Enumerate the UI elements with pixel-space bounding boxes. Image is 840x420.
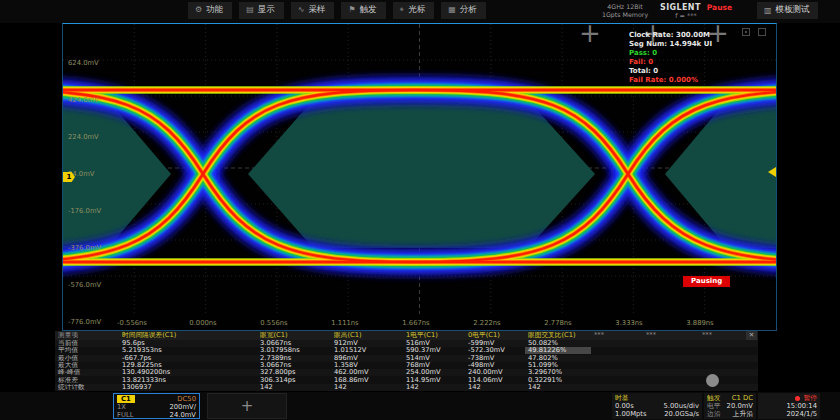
table-cell: 13.821333ns (119, 377, 257, 384)
menu-display[interactable]: ▤显示 (239, 2, 284, 19)
table-cell: 768mV (403, 362, 465, 369)
menu-row: ⚙功能▤显示∿采样⚑触发⌖光标▦分析 (188, 2, 486, 19)
timebase-points: 1.00Mpts (615, 410, 647, 418)
column-header[interactable]: 眼图交叉比(C1) (525, 332, 591, 339)
crosshair-icon: ⌖ (400, 6, 405, 14)
table-cell: 168.86mV (331, 377, 403, 384)
y-axis-tick-label: -176.0mV (68, 207, 101, 215)
menu-label: 显示 (258, 4, 275, 16)
graticule-area[interactable]: 624.0mV424.0mV224.0mV24.0mV-176.0mV-376.… (62, 23, 777, 331)
oscilloscope-screen: ⚙功能▤显示∿采样⚑触发⌖光标▦分析 4GHz 12Bit 1Gpts Memo… (0, 0, 840, 420)
waveform-icon: ∿ (298, 6, 305, 14)
pause-status: 暂停 (803, 394, 817, 402)
table-row: 最小值-667.7ps2.7389ns896mV514mV-738mV47.80… (55, 355, 758, 362)
x-axis-tick-label: 3.889ns (686, 319, 713, 327)
table-cell: 114.06mV (465, 377, 525, 384)
channel-scale: 200mV/ (169, 403, 196, 411)
table-cell: 142 (465, 384, 525, 391)
grid-settings-icon[interactable] (742, 28, 750, 36)
mask-test-info-panel: Clock Rate: 300.00MSeg Num: 14.994k UIPa… (629, 31, 712, 85)
channel-offset: 24.0mV (170, 411, 196, 419)
table-cell: 912mV (331, 340, 403, 347)
table-cell: 51.099% (525, 362, 591, 369)
y-axis-tick-label: 224.0mV (68, 133, 99, 141)
table-cell: 1.358V (331, 362, 403, 369)
mask-test-label: 模板测试 (776, 4, 810, 16)
trigger-level: 20.0mV (727, 402, 753, 410)
table-cell: 测量项 (55, 332, 119, 339)
column-header[interactable]: 0电平(C1) (465, 332, 525, 339)
table-cell: 114.95mV (403, 377, 465, 384)
table-cell: 142 (403, 384, 465, 391)
table-cell[interactable]: *** (643, 332, 699, 339)
menu-label: 分析 (460, 4, 477, 16)
table-row: 峰-峰值130.490200ns327.800ps462.00mV254.00m… (55, 369, 758, 376)
table-cell: 3.017958ns (257, 347, 331, 354)
table-cell: -498mV (465, 362, 525, 369)
row-label: 标准差 (55, 377, 119, 384)
add-channel-button[interactable]: + (207, 393, 287, 419)
expand-icon[interactable] (758, 28, 766, 36)
chart-icon: ▦ (448, 6, 456, 14)
info-line: Pass: 0 (629, 49, 712, 58)
mask-test-button[interactable]: ▥ 模板测试 (757, 2, 818, 19)
info-line: Clock Rate: 300.00M (629, 31, 712, 40)
brand-logo: SIGLENT (660, 3, 701, 12)
table-row: 统计计数1306937142142142142142 (55, 384, 758, 391)
timebase-title: 时基 (615, 394, 629, 402)
x-axis-tick-label: 3.333ns (615, 319, 642, 327)
menu-trigger[interactable]: ⚑触发 (341, 2, 385, 19)
trigger-level-label: 电平 (707, 402, 721, 410)
datetime-box[interactable]: 暂停 15:00:14 2024/1/5 (758, 393, 820, 419)
system-info-bandwidth: 4GHz 12Bit (596, 3, 654, 11)
y-axis-tick-label: 624.0mV (68, 59, 99, 67)
column-header[interactable]: 1电平(C1) (403, 332, 465, 339)
column-header[interactable]: 眼宽(C1) (257, 332, 331, 339)
trigger-title: 触发 (707, 394, 721, 402)
column-header[interactable]: 眼高(C1) (331, 332, 403, 339)
acquisition-status[interactable]: Pause (707, 3, 732, 12)
menu-analysis[interactable]: ▦分析 (441, 2, 486, 19)
x-axis-tick-label: 2.778ns (544, 319, 571, 327)
trigger-slope-label: 边沿 (707, 410, 721, 418)
add-measurement-button[interactable]: + (575, 18, 605, 52)
timebase-scale: 5.00us/div (664, 402, 700, 410)
trigger-slope: 上升沿 (733, 410, 753, 418)
table-cell: -572.30mV (465, 347, 525, 354)
table-cell: 516mV (403, 340, 465, 347)
table-cell: 142 (257, 384, 331, 391)
row-label: 统计计数 (55, 384, 119, 391)
drag-handle[interactable] (706, 374, 719, 387)
trigger-level-marker[interactable] (768, 167, 776, 177)
table-cell: 3.0667ns (257, 340, 331, 347)
channel-descriptor-c1[interactable]: C1 DC50 1X 200mV/ FULL 24.0mV (113, 393, 200, 419)
table-cell[interactable]: *** (591, 332, 643, 339)
table-cell: 1306937 (119, 384, 257, 391)
x-axis-tick-label: 1.667ns (402, 319, 429, 327)
pause-dot-icon (795, 396, 800, 401)
menu-cursor[interactable]: ⌖光标 (393, 2, 435, 19)
table-cell: 142 (331, 384, 403, 391)
close-measure-table-button[interactable]: ✕ (746, 331, 757, 340)
pausing-badge: Pausing (683, 276, 730, 287)
table-row: 平均值5.219353ns3.017958ns1.01512V590.37mV-… (55, 347, 758, 354)
table-cell: 896mV (331, 355, 403, 362)
table-cell: 254.00mV (403, 369, 465, 376)
x-axis-tick-label: 2.222ns (473, 319, 500, 327)
timebase-descriptor[interactable]: 时基 0.00s 5.00us/div 1.00Mpts 20.0GSa/s (612, 393, 702, 419)
x-axis-tick-label: 0.000ns (189, 319, 216, 327)
x-axis-tick-label: -0.556ns (117, 319, 147, 327)
y-axis-tick-label: -576.0mV (68, 281, 101, 289)
trigger-descriptor[interactable]: 触发 C1 DC 电平 20.0mV 边沿 上升沿 (704, 393, 756, 419)
bottom-bar: C1 DC50 1X 200mV/ FULL 24.0mV + 时基 0.00s… (0, 392, 840, 420)
table-cell: 240.00mV (465, 369, 525, 376)
column-header[interactable]: 时间间隔误差(C1) (119, 332, 257, 339)
table-row: 标准差13.821333ns306.314ps168.86mV114.95mV1… (55, 376, 758, 383)
y-axis-tick-label: 424.0mV (68, 96, 99, 104)
x-axis-tick-label: 1.111ns (331, 319, 358, 327)
table-cell: 0.32291% (525, 377, 591, 384)
menu-acquire[interactable]: ∿采样 (291, 2, 335, 19)
table-cell: 327.800ps (257, 369, 331, 376)
table-cell: 49.81226% (525, 347, 591, 354)
menu-utility[interactable]: ⚙功能 (188, 2, 232, 19)
